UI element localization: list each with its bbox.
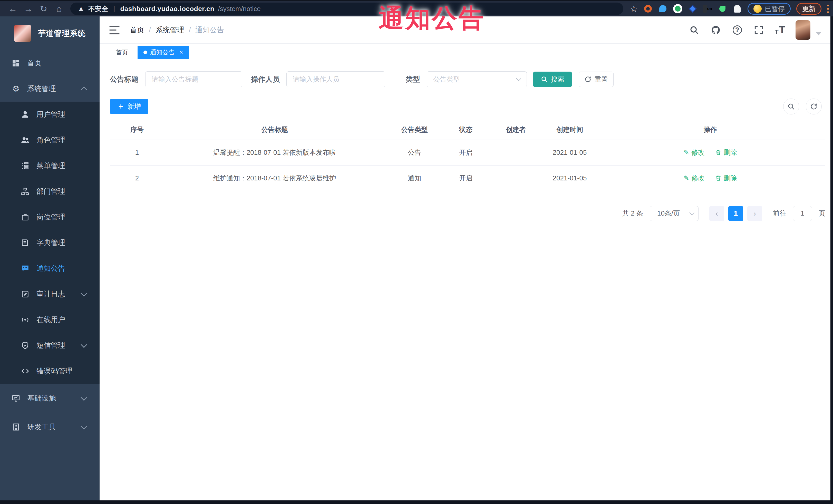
sidebar-item-users[interactable]: 用户管理: [0, 102, 100, 127]
message-icon: [21, 264, 30, 273]
sidebar-item-home[interactable]: 首页: [0, 50, 100, 76]
chevron-down-icon: [80, 423, 87, 429]
col-type: 公告类型: [385, 120, 444, 140]
toggle-search-button[interactable]: [783, 99, 799, 115]
user-avatar[interactable]: [795, 20, 810, 40]
paused-profile-chip[interactable]: 已暂停: [747, 3, 791, 15]
next-page-button[interactable]: ›: [747, 206, 762, 221]
sidebar-item-notice[interactable]: 通知公告: [0, 256, 100, 281]
chevron-down-icon: [80, 290, 87, 296]
prev-page-button[interactable]: ‹: [709, 206, 724, 221]
browser-toolbar-right: ☆ on 已暂停 更新: [630, 3, 829, 15]
cell-created: 2021-01-05: [544, 140, 595, 165]
briefcase-icon: [21, 213, 30, 222]
add-button[interactable]: 新增: [110, 99, 148, 114]
plus-icon: [117, 103, 124, 110]
sidebar-item-infrastructure[interactable]: 基础设施: [0, 384, 100, 413]
col-no: 序号: [110, 120, 164, 140]
forward-icon[interactable]: →: [22, 2, 35, 16]
not-secure-label[interactable]: 不安全: [88, 4, 108, 13]
app-logo[interactable]: 芋道管理系统: [0, 17, 100, 50]
help-icon[interactable]: ?: [732, 24, 743, 36]
sidebar-item-menus[interactable]: 菜单管理: [0, 153, 100, 178]
not-secure-warning-icon[interactable]: ▲: [77, 5, 85, 13]
org-tree-icon: [21, 187, 30, 196]
pencil-icon: ✎: [684, 149, 689, 157]
back-icon[interactable]: ←: [6, 2, 20, 16]
extension-icon-5[interactable]: on: [703, 4, 712, 13]
home-icon[interactable]: ⌂: [52, 2, 66, 16]
title-filter-label: 公告标题: [110, 74, 139, 84]
cell-status: 开启: [444, 140, 487, 165]
breadcrumb-home[interactable]: 首页: [130, 25, 144, 35]
update-label: 更新: [802, 4, 815, 13]
caret-down-icon[interactable]: [816, 32, 821, 35]
close-icon[interactable]: ×: [180, 49, 183, 56]
breadcrumb-system[interactable]: 系统管理: [156, 25, 184, 35]
url-path[interactable]: /system/notice: [218, 5, 260, 13]
user-icon: [21, 110, 30, 119]
delete-link[interactable]: 删除: [715, 174, 737, 183]
goto-label: 前往: [773, 209, 786, 218]
sidebar-item-roles[interactable]: 角色管理: [0, 127, 100, 153]
url-host[interactable]: dashboard.yudao.iocoder.cn: [120, 5, 214, 13]
search-icon: [787, 103, 795, 110]
font-size-icon[interactable]: TT: [775, 24, 785, 36]
system-submenu: 用户管理 角色管理 菜单管理 部门管理 岗位管理 字典管理: [0, 102, 100, 384]
trash-icon: [715, 149, 722, 156]
toolbar-right-buttons: [783, 99, 822, 115]
cell-status: 开启: [444, 165, 487, 191]
fullscreen-icon[interactable]: [753, 24, 764, 36]
log-edit-icon: [21, 289, 30, 299]
sidebar-item-system[interactable]: ⚙ 系统管理: [0, 76, 100, 102]
operator-filter-input[interactable]: [286, 71, 385, 87]
emoji-avatar-icon: [754, 5, 762, 13]
refresh-table-button[interactable]: [806, 99, 822, 115]
current-page-button[interactable]: 1: [728, 206, 743, 221]
type-select[interactable]: 公告类型: [427, 71, 527, 87]
title-filter-input[interactable]: [145, 71, 242, 87]
extension-icon-2[interactable]: [658, 4, 667, 13]
sidebar-item-online-users[interactable]: 在线用户: [0, 307, 100, 333]
table-row: 1 温馨提醒：2018-07-01 若依新版本发布啦 公告 开启 2021-01…: [110, 140, 825, 165]
reload-icon[interactable]: ↻: [37, 2, 50, 16]
breadcrumb-separator: /: [149, 26, 151, 34]
bookmark-star-icon[interactable]: ☆: [630, 4, 638, 14]
menu-tree-icon: [21, 161, 30, 170]
address-divider: |: [114, 5, 115, 13]
extension-icon-1[interactable]: [643, 4, 652, 13]
sidebar-item-dictionary[interactable]: 字典管理: [0, 230, 100, 256]
chevron-down-icon: [516, 76, 521, 81]
type-select-placeholder: 公告类型: [433, 75, 460, 84]
edit-link[interactable]: ✎修改: [684, 174, 705, 183]
edit-link[interactable]: ✎修改: [684, 148, 705, 157]
page-size-select[interactable]: 10条/页: [650, 206, 698, 221]
sidebar-item-departments[interactable]: 部门管理: [0, 178, 100, 204]
app-title: 芋道管理系统: [38, 28, 86, 39]
search-button[interactable]: 搜索: [533, 72, 572, 87]
sidebar-item-sms[interactable]: 短信管理: [0, 333, 100, 358]
tab-home[interactable]: 首页: [110, 46, 134, 59]
extension-icon-4[interactable]: [688, 4, 697, 13]
sidebar-item-posts[interactable]: 岗位管理: [0, 204, 100, 230]
extension-icon-6[interactable]: [718, 4, 727, 13]
sidebar-toggle-icon[interactable]: [109, 26, 120, 34]
browser-menu-icon[interactable]: [827, 5, 829, 13]
extension-icon-3[interactable]: [673, 4, 682, 13]
delete-link[interactable]: 删除: [715, 148, 737, 157]
reset-button[interactable]: 重置: [579, 72, 614, 87]
cell-created: 2021-01-05: [544, 165, 595, 191]
sidebar-item-error-codes[interactable]: 错误码管理: [0, 358, 100, 384]
search-icon[interactable]: [689, 24, 700, 36]
pager: ‹ 1 ›: [709, 206, 762, 221]
search-icon: [541, 76, 548, 83]
col-actions: 操作: [595, 120, 825, 140]
sidebar-item-dev-tools[interactable]: 研发工具: [0, 413, 100, 441]
address-bar[interactable]: ▲ 不安全 | dashboard.yudao.iocoder.cn/syste…: [70, 3, 623, 15]
goto-page-input[interactable]: [793, 206, 812, 221]
browser-update-button[interactable]: 更新: [796, 3, 822, 15]
extension-icon-7[interactable]: [733, 4, 742, 13]
github-icon[interactable]: [710, 24, 721, 36]
tab-notice[interactable]: 通知公告 ×: [138, 46, 189, 59]
sidebar-item-audit-log[interactable]: 审计日志: [0, 281, 100, 307]
